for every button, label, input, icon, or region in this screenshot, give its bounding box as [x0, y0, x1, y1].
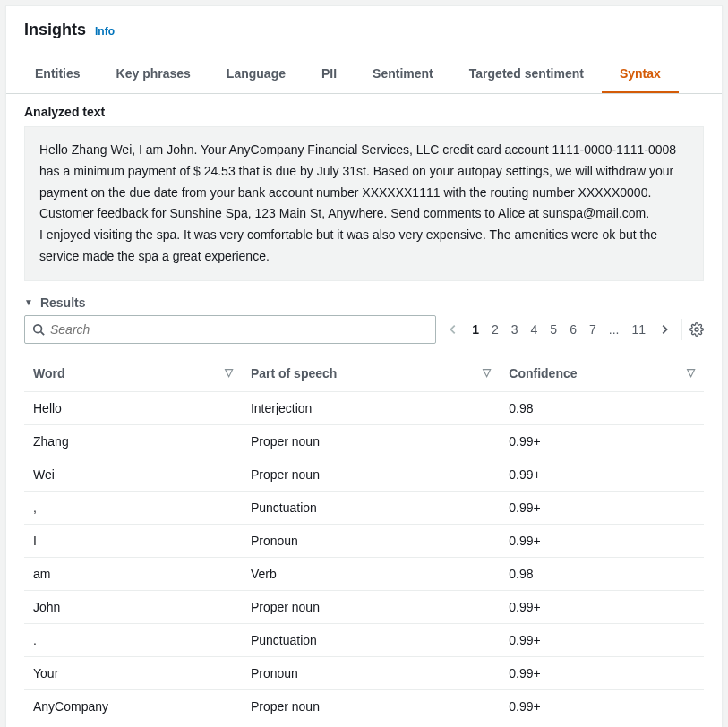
cell-pos: Proper noun	[242, 458, 500, 491]
tab-entities[interactable]: Entities	[17, 56, 98, 93]
cell-word: .	[24, 623, 242, 656]
chevron-left-icon	[447, 323, 459, 336]
page-ellipsis: ...	[609, 322, 620, 337]
page-2[interactable]: 2	[492, 322, 499, 337]
tab-language[interactable]: Language	[209, 56, 304, 93]
tabs: EntitiesKey phrasesLanguagePIISentimentT…	[6, 56, 722, 94]
insights-panel: Insights Info EntitiesKey phrasesLanguag…	[5, 5, 723, 727]
table-row: WeiProper noun0.99+	[24, 458, 704, 491]
cell-word: Your	[24, 656, 242, 689]
table-row: YourPronoun0.99+	[24, 656, 704, 689]
caret-down-icon: ▼	[24, 297, 33, 307]
tab-key-phrases[interactable]: Key phrases	[98, 56, 209, 93]
results-label: Results	[40, 295, 86, 310]
info-link[interactable]: Info	[95, 25, 115, 38]
cell-pos: Proper noun	[242, 689, 500, 723]
analyzed-text-content: Hello Zhang Wei, I am John. Your AnyComp…	[24, 126, 704, 281]
cell-conf: 0.99+	[500, 590, 704, 623]
table-row: ,Punctuation0.99+	[24, 491, 704, 524]
cell-conf: 0.99+	[500, 623, 704, 656]
col-header-word[interactable]: Word ▽	[24, 355, 242, 391]
app-integration-expander[interactable]: ▼ Application integration	[6, 723, 722, 727]
col-header-pos-label: Part of speech	[251, 366, 337, 381]
results-table: Word ▽ Part of speech ▽ Confidence ▽ Hel…	[24, 355, 704, 723]
cell-pos: Pronoun	[242, 656, 500, 689]
cell-word: John	[24, 590, 242, 623]
gear-icon	[689, 322, 704, 337]
table-row: ZhangProper noun0.99+	[24, 424, 704, 458]
cell-word: Zhang	[24, 424, 242, 458]
sort-icon[interactable]: ▽	[225, 366, 233, 379]
page-title: Insights	[24, 21, 86, 39]
cell-conf: 0.99+	[500, 491, 704, 524]
table-row: JohnProper noun0.99+	[24, 590, 704, 623]
cell-pos: Punctuation	[242, 623, 500, 656]
col-header-conf-label: Confidence	[509, 366, 577, 381]
tab-syntax[interactable]: Syntax	[602, 56, 679, 93]
chevron-right-icon	[658, 323, 671, 336]
results-expander[interactable]: ▼ Results	[6, 281, 722, 315]
search-icon	[32, 323, 45, 336]
cell-pos: Pronoun	[242, 524, 500, 557]
tab-sentiment[interactable]: Sentiment	[355, 56, 451, 93]
cell-word: I	[24, 524, 242, 557]
analyzed-text-label: Analyzed text	[24, 105, 704, 119]
table-row: amVerb0.98	[24, 557, 704, 590]
table-row: AnyCompanyProper noun0.99+	[24, 689, 704, 723]
search-input[interactable]	[45, 321, 428, 338]
cell-pos: Punctuation	[242, 491, 500, 524]
cell-conf: 0.98	[500, 391, 704, 424]
svg-point-0	[34, 325, 42, 333]
cell-conf: 0.99+	[500, 524, 704, 557]
cell-word: am	[24, 557, 242, 590]
cell-word: AnyCompany	[24, 689, 242, 723]
cell-word: ,	[24, 491, 242, 524]
cell-pos: Interjection	[242, 391, 500, 424]
page-11[interactable]: 11	[631, 322, 646, 337]
cell-pos: Proper noun	[242, 424, 500, 458]
page-3[interactable]: 3	[511, 322, 518, 337]
table-row: IPronoun0.99+	[24, 524, 704, 557]
sort-icon[interactable]: ▽	[483, 366, 491, 379]
table-row: .Punctuation0.99+	[24, 623, 704, 656]
cell-conf: 0.98	[500, 557, 704, 590]
col-header-word-label: Word	[33, 366, 65, 381]
cell-conf: 0.99+	[500, 424, 704, 458]
page-5[interactable]: 5	[550, 322, 557, 337]
tab-targeted-sentiment[interactable]: Targeted sentiment	[451, 56, 602, 93]
svg-line-1	[41, 331, 45, 335]
page-6[interactable]: 6	[570, 322, 577, 337]
search-input-wrap[interactable]	[24, 315, 436, 344]
table-row: HelloInterjection0.98	[24, 391, 704, 424]
page-7[interactable]: 7	[589, 322, 596, 337]
page-prev[interactable]	[447, 323, 459, 336]
cell-pos: Proper noun	[242, 590, 500, 623]
sort-icon[interactable]: ▽	[687, 366, 695, 379]
cell-word: Wei	[24, 458, 242, 491]
cell-conf: 0.99+	[500, 689, 704, 723]
pagination: 1234567...11	[447, 322, 671, 337]
cell-pos: Verb	[242, 557, 500, 590]
page-4[interactable]: 4	[531, 322, 538, 337]
analyzed-text-section: Analyzed text Hello Zhang Wei, I am John…	[6, 94, 722, 281]
cell-word: Hello	[24, 391, 242, 424]
results-toolbar: 1234567...11	[6, 315, 722, 344]
page-next[interactable]	[658, 323, 671, 336]
settings-button[interactable]	[681, 319, 704, 340]
svg-point-2	[695, 328, 698, 331]
page-1[interactable]: 1	[472, 322, 479, 337]
cell-conf: 0.99+	[500, 458, 704, 491]
cell-conf: 0.99+	[500, 656, 704, 689]
panel-header: Insights Info	[6, 6, 722, 47]
table-header-row: Word ▽ Part of speech ▽ Confidence ▽	[24, 355, 704, 391]
tab-pii[interactable]: PII	[304, 56, 355, 93]
col-header-pos[interactable]: Part of speech ▽	[242, 355, 500, 391]
col-header-conf[interactable]: Confidence ▽	[500, 355, 704, 391]
